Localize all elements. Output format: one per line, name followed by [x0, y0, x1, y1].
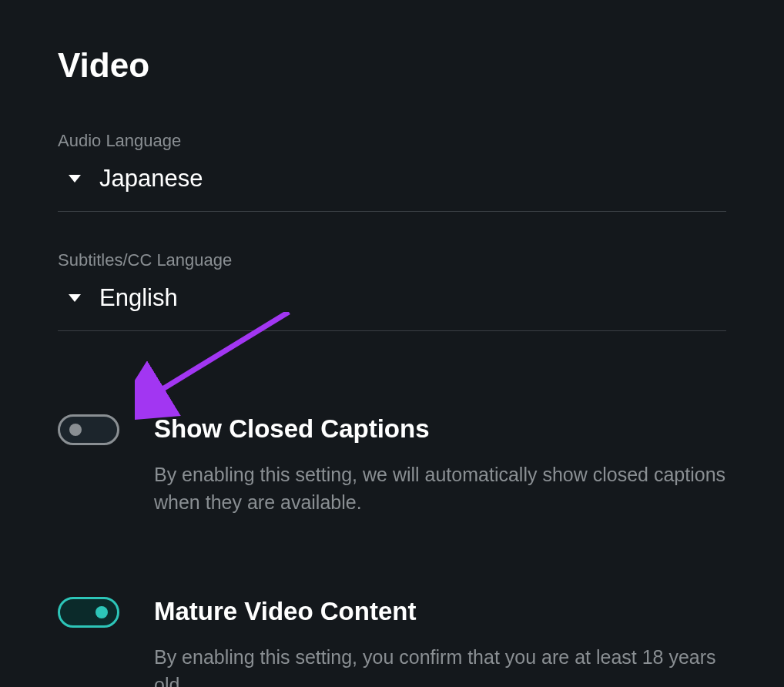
subtitles-language-dropdown[interactable]: English [58, 284, 726, 331]
caret-down-icon [69, 294, 81, 302]
closed-captions-content: Show Closed Captions By enabling this se… [154, 414, 726, 517]
audio-language-dropdown[interactable]: Japanese [58, 165, 726, 212]
mature-content-title: Mature Video Content [154, 597, 726, 626]
page-title: Video [58, 46, 726, 85]
caret-down-icon [69, 175, 81, 183]
mature-content-content: Mature Video Content By enabling this se… [154, 597, 726, 688]
mature-content-row: Mature Video Content By enabling this se… [58, 597, 726, 688]
mature-content-toggle[interactable] [58, 597, 119, 628]
mature-content-description: By enabling this setting, you confirm th… [154, 643, 726, 688]
audio-language-field: Audio Language Japanese [58, 131, 726, 212]
toggle-knob [69, 424, 82, 436]
closed-captions-title: Show Closed Captions [154, 414, 726, 444]
subtitles-language-field: Subtitles/CC Language English [58, 250, 726, 331]
closed-captions-row: Show Closed Captions By enabling this se… [58, 414, 726, 517]
toggle-knob [95, 606, 108, 618]
audio-language-value: Japanese [99, 165, 203, 193]
audio-language-label: Audio Language [58, 131, 726, 151]
closed-captions-description: By enabling this setting, we will automa… [154, 461, 726, 517]
subtitles-language-value: English [99, 284, 178, 312]
closed-captions-toggle[interactable] [58, 414, 119, 445]
subtitles-language-label: Subtitles/CC Language [58, 250, 726, 270]
